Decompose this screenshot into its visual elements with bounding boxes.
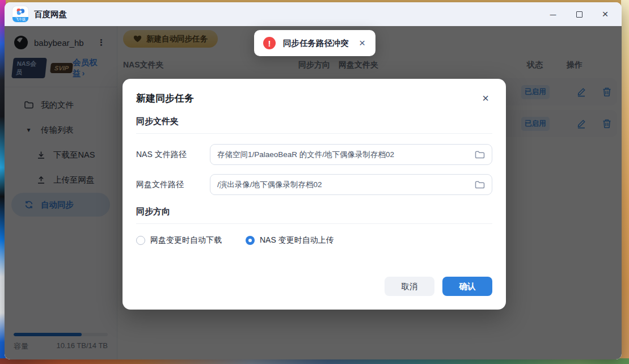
radio-option-upload[interactable]: NAS 变更时自动上传 xyxy=(246,235,334,246)
modal-title: 新建同步任务 xyxy=(136,92,194,105)
cloud-path-fieldbox xyxy=(210,174,492,195)
modal-close-icon[interactable]: × xyxy=(479,91,492,105)
cancel-button[interactable]: 取消 xyxy=(385,277,434,296)
error-alert-icon: ! xyxy=(263,37,276,49)
radio-label: NAS 变更时自动上传 xyxy=(260,235,334,246)
nas-path-input[interactable] xyxy=(217,150,469,159)
toast-message: 同步任务路径冲突 xyxy=(283,38,349,49)
browse-folder-icon[interactable] xyxy=(475,180,485,190)
app-window: 飞牛版 百度网盘 ─ × babybear_hb ⋮ NAS会员 SVIP 会员… xyxy=(5,2,622,359)
confirm-button[interactable]: 确认 xyxy=(442,277,492,296)
minimize-button[interactable]: ─ xyxy=(542,6,564,23)
error-toast: ! 同步任务路径冲突 × xyxy=(254,30,375,56)
section-sync-folders: 同步文件夹 xyxy=(136,116,492,127)
app-logo-icon: 飞牛版 xyxy=(12,6,28,22)
logo-edition-badge: 飞牛版 xyxy=(12,17,28,22)
cloud-path-input[interactable] xyxy=(217,180,469,189)
radio-circle-icon xyxy=(246,236,255,245)
browse-folder-icon[interactable] xyxy=(475,150,485,160)
app-title: 百度网盘 xyxy=(34,9,67,20)
maximize-button[interactable] xyxy=(568,6,590,23)
nas-path-fieldbox xyxy=(210,144,492,165)
new-sync-task-modal: 新建同步任务 × 同步文件夹 NAS 文件路径 网盘文件路径 同步方向 网盘变更… xyxy=(123,79,506,310)
radio-label: 网盘变更时自动下载 xyxy=(150,235,222,246)
radio-circle-icon xyxy=(136,236,145,245)
radio-option-download[interactable]: 网盘变更时自动下载 xyxy=(136,235,222,246)
nas-path-label: NAS 文件路径 xyxy=(136,150,210,160)
toast-close-icon[interactable]: × xyxy=(358,37,366,49)
section-sync-direction: 同步方向 xyxy=(136,206,492,217)
maximize-icon xyxy=(576,11,582,18)
close-button[interactable]: × xyxy=(594,6,616,23)
desktop-background-right xyxy=(621,0,629,364)
titlebar: 飞牛版 百度网盘 ─ × xyxy=(5,2,622,26)
cloud-path-label: 网盘文件路径 xyxy=(136,180,210,190)
